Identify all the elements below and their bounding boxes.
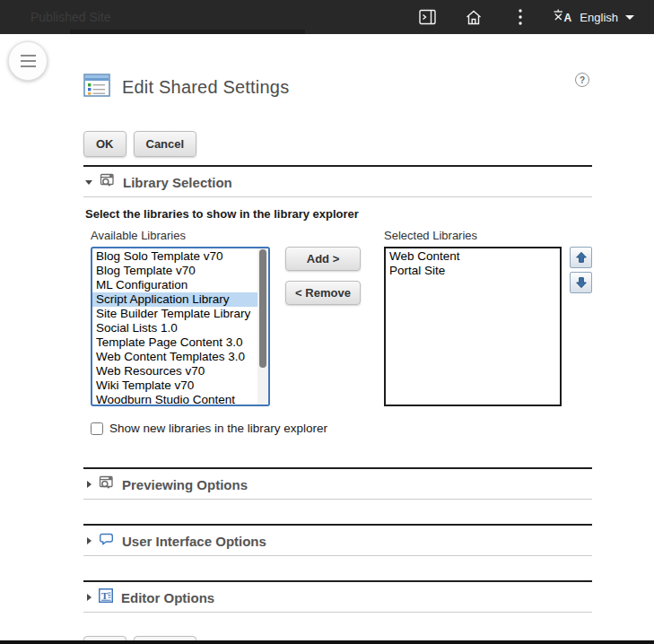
list-item[interactable]: Portal Site [386,264,560,278]
move-down-button[interactable] [570,272,592,293]
list-item[interactable]: Template Page Content 3.0 [92,335,268,350]
list-item[interactable]: Wiki Template v70 [92,379,268,393]
speech-bubble-icon [99,532,114,550]
list-item[interactable]: Woodburn Studio Content [92,393,268,406]
section-title: Editor Options [121,590,214,605]
rich-text-icon: T [99,588,113,606]
translate-icon: A [553,7,573,27]
library-picker: Available Libraries Blog Solo Template v… [91,229,592,406]
selected-libraries-list[interactable]: Web ContentPortal Site [384,247,562,406]
list-item[interactable]: Social Lists 1.0 [92,321,268,335]
expand-triangle-icon [87,594,92,601]
expand-triangle-icon [87,481,92,488]
section-editor-options: T Editor Options [83,580,592,613]
list-item[interactable]: Site Builder Template Library [92,307,268,321]
section-header-editor-options[interactable]: T Editor Options [83,582,592,612]
preview-window-icon [100,173,115,191]
list-item[interactable]: Script Application Library [92,292,268,307]
language-selector[interactable]: A English [553,7,634,27]
svg-text:A: A [564,12,572,23]
topbar-actions: A English [389,7,634,27]
show-new-libraries-row: Show new libraries in the library explor… [91,422,592,435]
section-header-library-selection[interactable]: Library Selection [83,167,592,196]
section-user-interface-options: User Interface Options [83,524,592,556]
bottom-bar [0,640,654,644]
chevron-down-icon [625,15,634,20]
move-up-button[interactable] [570,247,592,268]
section-header-previewing-options[interactable]: Previewing Options [83,469,592,499]
show-new-libraries-checkbox[interactable] [91,422,103,435]
section-header-user-interface-options[interactable]: User Interface Options [83,526,592,555]
home-icon[interactable] [465,8,483,26]
preview-window-icon [99,475,114,493]
portlet-content: Edit Shared Settings ? OK Cancel Library… [83,72,592,644]
reorder-buttons [570,229,592,406]
checkbox-label[interactable]: Show new libraries in the library explor… [109,422,327,435]
portlet-icon [83,74,110,100]
arrow-down-icon [574,275,589,290]
scrollbar-thumb[interactable] [259,249,266,368]
menu-toggle-button[interactable] [8,41,48,81]
arrow-up-icon [574,250,589,265]
list-item[interactable]: Blog Template v70 [92,264,268,278]
list-item[interactable]: Web Content [386,249,560,264]
selected-column: Selected Libraries Web ContentPortal Sit… [384,229,562,406]
remove-button[interactable]: < Remove [285,281,361,305]
top-action-buttons: OK Cancel [83,131,592,157]
list-item[interactable]: ML Configuration [92,278,268,292]
divider [83,499,592,500]
help-icon[interactable]: ? [575,73,589,87]
available-libraries-label: Available Libraries [91,229,270,242]
list-item[interactable]: Blog Solo Template v70 [92,249,268,264]
divider [83,612,592,613]
site-label: Published Site [31,10,111,24]
portlet-header: Edit Shared Settings ? [83,74,592,100]
list-item[interactable]: Web Content Templates 3.0 [92,350,268,364]
available-libraries-list[interactable]: Blog Solo Template v70Blog Template v70M… [91,247,270,406]
language-label: English [580,11,618,24]
svg-text:T: T [101,590,109,601]
section-title: Previewing Options [122,477,248,492]
available-column: Available Libraries Blog Solo Template v… [91,229,270,406]
expand-triangle-icon [87,537,92,544]
section-previewing-options: Previewing Options [83,467,592,500]
topbar-substrip [70,30,305,34]
scrollbar[interactable] [257,248,268,405]
ok-button-top[interactable]: OK [83,131,126,157]
add-button[interactable]: Add > [285,247,361,271]
page-title: Edit Shared Settings [122,77,289,98]
transfer-buttons: Add > < Remove [285,229,361,406]
divider [83,555,592,556]
list-item[interactable]: Web Resources v70 [92,364,268,379]
collapsed-sections: Previewing Options User Interface Option… [83,467,592,613]
cancel-button-top[interactable]: Cancel [134,131,197,157]
section-title: User Interface Options [122,534,266,549]
selected-libraries-label: Selected Libraries [384,229,562,242]
section-title: Library Selection [123,175,232,190]
hamburger-icon [21,55,36,57]
side-panel-icon[interactable] [418,8,436,26]
instruction-text: Select the libraries to show in the libr… [85,207,592,221]
divider [83,196,592,197]
collapse-triangle-icon [85,180,92,185]
overflow-menu-icon[interactable] [511,8,529,26]
